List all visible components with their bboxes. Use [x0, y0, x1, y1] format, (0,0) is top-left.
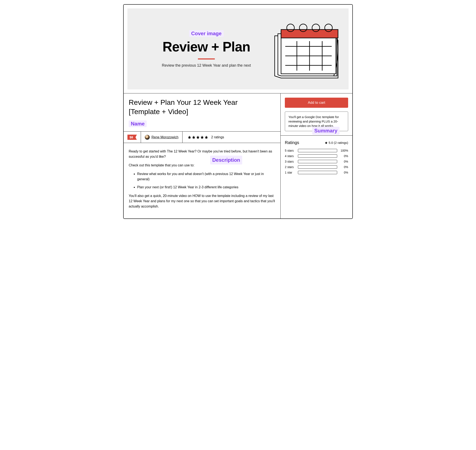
rating-pct: 0%: [339, 165, 348, 169]
annotation-cover: Cover image: [189, 30, 224, 37]
rating-row: 5 stars100%: [285, 149, 348, 152]
cover-title: Review + Plan: [163, 39, 250, 55]
description-p1: Ready to get started with The 12 Week Ye…: [129, 149, 275, 160]
description: Ready to get started with The 12 Week Ye…: [124, 143, 280, 218]
rating-label: 4 stars: [285, 154, 296, 158]
content-grid: Review + Plan Your 12 Week Year [Templat…: [124, 93, 352, 219]
ratings-breakdown: 5 stars100%4 stars0%3 stars0%2 stars0%1 …: [285, 149, 348, 174]
cover-text: Cover image Review + Plan Review the pre…: [149, 30, 264, 68]
rating-pct: 0%: [339, 160, 348, 163]
rating-row: 4 stars0%: [285, 154, 348, 158]
rating-row: 1 star0%: [285, 171, 348, 174]
meta-row: $8 Rene Morozowich 2 ratings: [124, 131, 280, 143]
cover-image: Cover image Review + Plan Review the pre…: [127, 8, 349, 89]
star-icon: [205, 135, 208, 139]
star-icon: [200, 135, 204, 139]
ratings-score-label: 5.0 (2 ratings): [329, 141, 348, 144]
rating-bar: [298, 165, 337, 169]
rating-row: 3 stars0%: [285, 160, 348, 163]
cover-subtitle: Review the previous 12 Week Year and pla…: [162, 63, 251, 68]
rating-bar: [298, 160, 337, 163]
add-to-cart-button[interactable]: Add to cart: [285, 98, 348, 108]
price-cell: $8: [124, 132, 141, 143]
rating-pct: 0%: [339, 154, 348, 158]
product-title: Review + Plan Your 12 Week Year [Templat…: [129, 98, 259, 116]
annotation-name: Name: [129, 120, 147, 127]
ratings-score: 5.0 (2 ratings): [325, 141, 348, 144]
product-page: Cover image Review + Plan Review the pre…: [123, 4, 353, 219]
ratings-header: Ratings 5.0 (2 ratings): [285, 140, 348, 145]
author-link[interactable]: Rene Morozowich: [151, 135, 179, 139]
calendar-icon: [268, 17, 340, 81]
price-tag: $8: [127, 135, 137, 140]
left-column: Review + Plan Your 12 Week Year [Templat…: [124, 93, 281, 219]
rating-cell: 2 ratings: [182, 132, 280, 143]
title-block: Review + Plan Your 12 Week Year [Templat…: [124, 93, 280, 131]
avatar: [145, 135, 150, 140]
rating-pct: 0%: [339, 171, 348, 174]
cta-box: Add to cart You'll get a Google Doc temp…: [281, 93, 352, 135]
cover-underline: [198, 59, 215, 59]
ratings-panel: Ratings 5.0 (2 ratings) 5 stars100%4 sta…: [281, 135, 352, 181]
author-cell[interactable]: Rene Morozowich: [141, 132, 182, 143]
rating-bar: [298, 171, 337, 174]
ratings-count: 2 ratings: [211, 135, 224, 139]
star-rating: [187, 135, 208, 139]
rating-label: 3 stars: [285, 160, 296, 163]
summary-box: You'll get a Google Doc template for rev…: [285, 112, 348, 131]
description-bullets: Review what works for you and what doesn…: [137, 172, 275, 190]
star-icon: [196, 135, 200, 139]
star-icon: [192, 135, 196, 139]
description-p3: You'll also get a quick, 20-minute video…: [129, 193, 275, 209]
list-item: Plan your next (or first!) 12 Week Year …: [137, 185, 275, 190]
rating-label: 5 stars: [285, 149, 296, 152]
description-p2: Check out this template that you can use…: [129, 163, 275, 168]
rating-bar: [298, 149, 337, 152]
annotation-summary: Summary: [312, 127, 339, 135]
ratings-title: Ratings: [285, 140, 299, 145]
rating-label: 1 star: [285, 171, 296, 174]
list-item: Review what works for you and what doesn…: [137, 172, 275, 182]
summary-text: You'll get a Google Doc template for rev…: [289, 115, 339, 128]
rating-row: 2 stars0%: [285, 165, 348, 169]
rating-label: 2 stars: [285, 165, 296, 169]
svg-rect-3: [281, 30, 338, 38]
annotation-description: Description: [210, 156, 242, 164]
star-icon: [187, 135, 191, 139]
right-column: Add to cart You'll get a Google Doc temp…: [281, 93, 352, 219]
rating-bar: [298, 154, 337, 158]
rating-pct: 100%: [339, 149, 348, 152]
star-icon: [325, 141, 328, 144]
